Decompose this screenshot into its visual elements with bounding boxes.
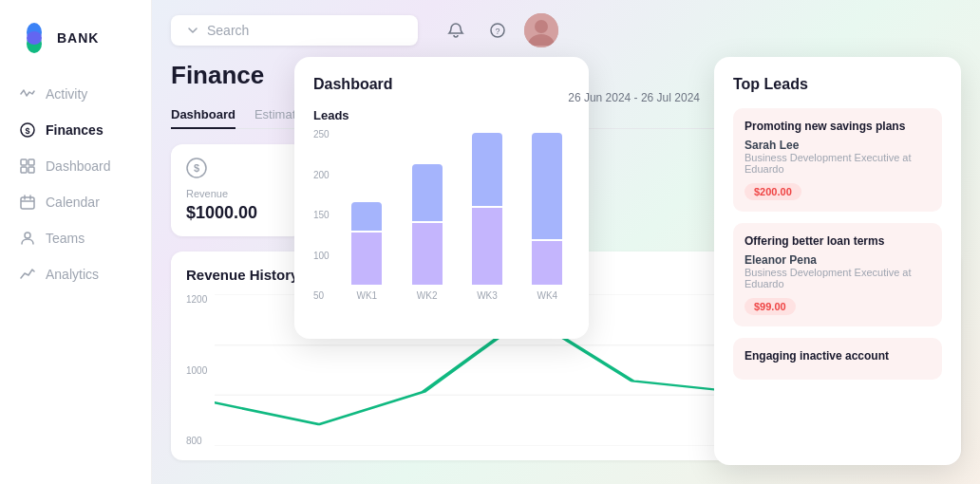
svg-text:?: ? [495,27,499,36]
bar-wk3-top [472,133,502,206]
dashboard-icon [19,158,36,175]
revenue-icon: $ [186,158,289,184]
lead-campaign-1: Offering better loan terms [744,234,931,248]
activity-icon [19,85,36,102]
tab-dashboard[interactable]: Dashboard [171,102,236,129]
top-leads-title: Top Leads [733,76,942,93]
dashboard-overlay-card: Dashboard Leads 250 200 150 100 50 WK1 [294,57,589,339]
bar-wk4-top [532,133,562,239]
avatar[interactable] [524,13,558,47]
bar-wk3-bottom [472,208,502,285]
top-bar: Search ? [152,0,980,61]
top-bar-icons: ? [441,13,558,47]
lead-role-0: Business Development Executive at Eduard… [744,152,931,175]
top-leads-card: Top Leads Promoting new savings plans Sa… [714,57,961,465]
search-box[interactable]: Search [171,15,418,46]
bars-area: WK1 WK2 WK3 [345,130,570,320]
sidebar-item-teams[interactable]: Teams [0,220,151,256]
revenue-card: $ Revenue $1000.00 [171,144,304,236]
bar-wk4-bottom [532,241,562,285]
finances-icon: $ [19,121,36,139]
lead-role-1: Business Development Executive at Eduard… [744,267,931,289]
revenue-label: Revenue [186,188,289,199]
bar-chart: 250 200 150 100 50 WK1 [313,130,570,320]
sidebar-item-activity[interactable]: Activity [0,76,151,112]
lead-name-0: Sarah Lee [744,139,931,152]
sidebar-label-finances: Finances [46,122,104,138]
bell-icon [447,22,464,39]
bar-wk1-top [351,202,382,231]
teams-icon [19,230,36,247]
svg-rect-7 [21,167,27,173]
bar-label-wk4: WK4 [537,290,558,301]
sidebar-item-analytics[interactable]: Analytics [0,256,151,292]
bar-group-wk1: WK1 [345,133,389,301]
leads-label: Leads [313,108,570,122]
bar-wk2-top [412,164,443,221]
svg-rect-6 [28,159,34,165]
app-name: BANK [57,30,99,46]
logo-area: BANK [0,15,151,76]
bar-wk2-bottom [412,223,443,285]
svg-point-17 [535,20,548,33]
bar-label-wk3: WK3 [477,290,498,301]
analytics-icon [19,266,36,283]
bar-group-wk3: WK3 [464,133,509,301]
bar-label-wk2: WK2 [417,290,438,301]
sidebar-item-finances[interactable]: $ Finances [0,112,151,148]
lead-name-1: Eleanor Pena [744,253,931,267]
help-icon: ? [489,22,506,39]
sidebar-label-teams: Teams [46,231,85,246]
lead-item-2: Engaging inactive account [733,338,942,380]
revenue-value: $1000.00 [186,203,289,223]
calendar-icon [19,194,36,211]
chevron-down-icon [186,24,199,37]
sidebar: BANK Activity $ Finances [0,0,152,484]
svg-text:$: $ [25,126,29,136]
svg-rect-5 [21,159,27,165]
sidebar-label-analytics: Analytics [46,267,99,282]
lead-campaign-0: Promoting new savings plans [744,120,931,133]
svg-text:$: $ [194,162,199,174]
svg-point-13 [25,233,30,238]
sidebar-item-dashboard[interactable]: Dashboard [0,148,151,184]
lead-item-1: Offering better loan terms Eleanor Pena … [733,223,942,326]
dashboard-card-title: Dashboard [313,76,570,93]
lead-campaign-2: Engaging inactive account [744,349,931,363]
notification-button[interactable] [441,15,471,46]
lead-item-0: Promoting new savings plans Sarah Lee Bu… [733,108,942,212]
bar-label-wk1: WK1 [357,290,378,301]
bar-group-wk4: WK4 [525,133,570,301]
app-container: BANK Activity $ Finances [0,0,980,484]
svg-rect-8 [28,167,34,173]
date-range: 26 Jun 2024 - 26 Jul 2024 [568,91,700,104]
bar-wk1-bottom [351,233,382,285]
sidebar-label-dashboard: Dashboard [46,158,111,174]
bar-chart-y-axis: 250 200 150 100 50 [313,130,330,320]
help-button[interactable]: ? [482,15,513,46]
lead-badge-1: $99.00 [744,298,796,315]
chart-y-labels: 1200 1000 800 [186,294,207,446]
logo-icon [19,23,49,53]
sidebar-label-calendar: Calendar [46,195,100,210]
svg-rect-9 [21,197,34,209]
lead-badge-0: $200.00 [744,183,801,200]
svg-point-2 [27,31,42,45]
bar-group-wk2: WK2 [405,133,449,301]
sidebar-label-activity: Activity [46,86,87,102]
sidebar-item-calendar[interactable]: Calendar [0,184,151,220]
user-avatar-icon [524,13,558,47]
search-input[interactable]: Search [207,23,249,38]
